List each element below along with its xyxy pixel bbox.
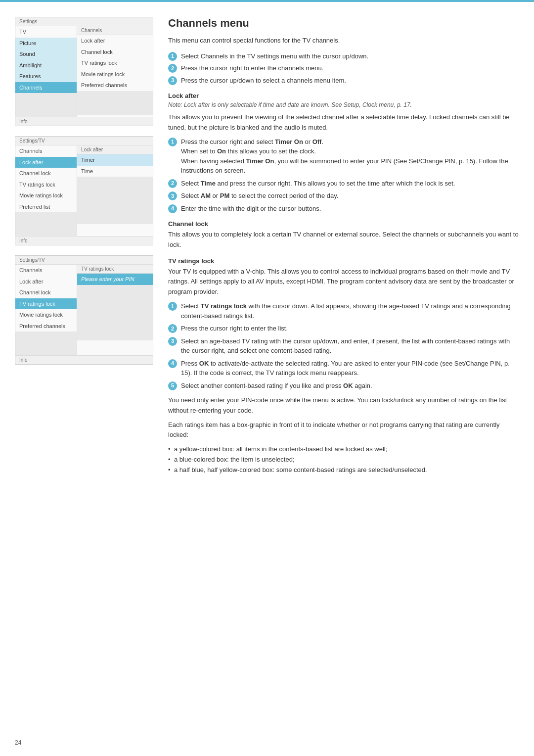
step-num-2: 2 bbox=[168, 64, 177, 73]
menu-left-1: TV Picture Sound Ambilight Features Chan… bbox=[15, 26, 77, 117]
menu-item-empty bbox=[15, 212, 77, 220]
step-num: 5 bbox=[168, 381, 177, 390]
right-item-empty bbox=[77, 293, 153, 301]
right-item-empty bbox=[77, 325, 153, 332]
step-text: Press OK to activate/de-activate the sel… bbox=[181, 359, 519, 378]
menu-item: Lock after bbox=[15, 276, 77, 287]
menu-item-empty bbox=[15, 101, 77, 109]
section-tv-ratings: TV ratings lock Your TV is equipped with… bbox=[168, 257, 519, 475]
right-item: Preferred channels bbox=[77, 80, 153, 91]
right-item-empty bbox=[77, 216, 153, 224]
page-number: 24 bbox=[15, 739, 21, 746]
main-step-2: 2 Press the cursor right to enter the ch… bbox=[168, 63, 519, 73]
section-heading-lockafter: Lock after bbox=[168, 92, 519, 99]
menu-item: Channel lock bbox=[15, 287, 77, 298]
step-text-1: Select Channels in the TV settings menu … bbox=[181, 51, 368, 61]
menu-header-2: Settings/TV bbox=[15, 137, 153, 145]
step-num: 3 bbox=[168, 337, 177, 346]
menu-left-3: Channels Lock after Channel lock TV rati… bbox=[15, 265, 77, 355]
right-item: TV ratings lock bbox=[77, 57, 153, 69]
main-steps: 1 Select Channels in the TV settings men… bbox=[168, 51, 519, 86]
menu-header-3: Settings/TV bbox=[15, 256, 153, 265]
tvratings-step-4: 4 Press OK to activate/de-activate the s… bbox=[168, 359, 519, 378]
tvratings-steps: 1 Select TV ratings lock with the cursor… bbox=[168, 301, 519, 390]
main-step-3: 3 Press the cursor up/down to select a c… bbox=[168, 76, 519, 86]
menu-footer-3: Info bbox=[15, 355, 153, 364]
body-lockafter: This allows you to prevent the viewing o… bbox=[168, 112, 519, 133]
intro-text: This menu can control special functions … bbox=[168, 36, 519, 46]
bullet-item: a half blue, half yellow-colored box: so… bbox=[168, 465, 519, 475]
menu-left-2: Channels Lock after Channel lock TV rati… bbox=[15, 145, 77, 236]
menu-item-lockafter: Lock after bbox=[15, 157, 77, 168]
right-item-empty bbox=[77, 177, 153, 185]
menu-item: Movie ratings lock bbox=[15, 190, 77, 201]
left-column: Settings TV Picture Sound Ambilight Feat… bbox=[15, 17, 153, 480]
body-tvratings-after1: You need only enter your PIN-code once w… bbox=[168, 395, 519, 416]
right-item-empty bbox=[77, 332, 153, 340]
lockafter-step-4: 4 Enter the time with the digit or the c… bbox=[168, 204, 519, 214]
bullet-item: a blue-colored box: the item is unselect… bbox=[168, 455, 519, 465]
right-item-pin: Please enter your PIN bbox=[77, 274, 153, 285]
menu-item-empty bbox=[15, 93, 77, 101]
right-column: Channels menu This menu can control spec… bbox=[168, 17, 519, 480]
right-item: Channel lock bbox=[77, 47, 153, 58]
step-text: Press the cursor right and select Timer … bbox=[181, 137, 519, 176]
bullet-item: a yellow-colored box: all items in the c… bbox=[168, 444, 519, 455]
section-channel-lock: Channel lock This allows you to complete… bbox=[168, 220, 519, 250]
menu-footer-1: Info bbox=[15, 117, 153, 126]
menu-item-empty bbox=[15, 339, 77, 347]
body-tvratings-intro: Your TV is equipped with a V-chip. This … bbox=[168, 267, 519, 297]
menu-item: Sound bbox=[15, 48, 77, 60]
right-item-empty bbox=[77, 208, 153, 216]
menu-item-empty bbox=[15, 220, 77, 228]
step-num-1: 1 bbox=[168, 52, 177, 61]
step-text: Select AM or PM to select the correct pe… bbox=[181, 191, 519, 201]
step-text: Select another content-based rating if y… bbox=[181, 381, 519, 391]
menu-item: Channel lock bbox=[15, 168, 77, 179]
right-item-empty bbox=[77, 309, 153, 317]
step-num: 4 bbox=[168, 204, 177, 213]
step-num: 2 bbox=[168, 179, 177, 188]
step-num: 1 bbox=[168, 302, 177, 311]
menu-item: Preferred channels bbox=[15, 321, 77, 332]
main-step-1: 1 Select Channels in the TV settings men… bbox=[168, 51, 519, 61]
section-note-lockafter: Note: Lock after is only selectable if t… bbox=[168, 101, 519, 108]
step-num: 1 bbox=[168, 138, 177, 146]
menu-item: Channels bbox=[15, 265, 77, 276]
right-item-time: Time bbox=[77, 166, 153, 177]
right-item-empty bbox=[77, 301, 153, 309]
tvratings-step-1: 1 Select TV ratings lock with the cursor… bbox=[168, 301, 519, 321]
step-text: Select an age-based TV rating with the c… bbox=[181, 336, 519, 356]
right-item-empty bbox=[77, 99, 153, 107]
step-num-3: 3 bbox=[168, 76, 177, 85]
step-text: Select Time and press the cursor right. … bbox=[181, 179, 519, 189]
menu-item: Channels bbox=[15, 145, 77, 157]
menu-item: TV bbox=[15, 26, 77, 38]
tvratings-step-5: 5 Select another content-based rating if… bbox=[168, 381, 519, 391]
menu-item-empty bbox=[15, 347, 77, 355]
right-item-empty bbox=[77, 185, 153, 192]
bullet-list: a yellow-colored box: all items in the c… bbox=[168, 444, 519, 475]
right-item-empty bbox=[77, 285, 153, 293]
right-item-empty bbox=[77, 200, 153, 208]
menu-right-2: Lock after Timer Time bbox=[77, 145, 153, 236]
lockafter-steps: 1 Press the cursor right and select Time… bbox=[168, 137, 519, 214]
menu-item-empty bbox=[15, 228, 77, 236]
body-tvratings-after2: Each ratings item has a box-graphic in f… bbox=[168, 420, 519, 441]
right-item: Lock after bbox=[77, 35, 153, 47]
menu-item: Preferred list bbox=[15, 201, 77, 213]
menu-header-1: Settings bbox=[15, 17, 153, 26]
section-heading-tvratings: TV ratings lock bbox=[168, 257, 519, 265]
step-text: Enter the time with the digit or the cur… bbox=[181, 204, 519, 214]
menu-item-channels: Channels bbox=[15, 82, 77, 94]
step-num: 2 bbox=[168, 324, 177, 333]
menu-item-empty bbox=[15, 109, 77, 117]
step-text-2: Press the cursor right to enter the chan… bbox=[181, 63, 323, 73]
menu-right-3: TV ratings lock Please enter your PIN bbox=[77, 265, 153, 355]
menu-box-2: Settings/TV Channels Lock after Channel … bbox=[15, 136, 153, 245]
right-item-empty bbox=[77, 192, 153, 200]
lockafter-step-1: 1 Press the cursor right and select Time… bbox=[168, 137, 519, 176]
right-panel-header: Channels bbox=[77, 26, 153, 35]
menu-footer-2: Info bbox=[15, 236, 153, 245]
right-panel-header: Lock after bbox=[77, 145, 153, 154]
